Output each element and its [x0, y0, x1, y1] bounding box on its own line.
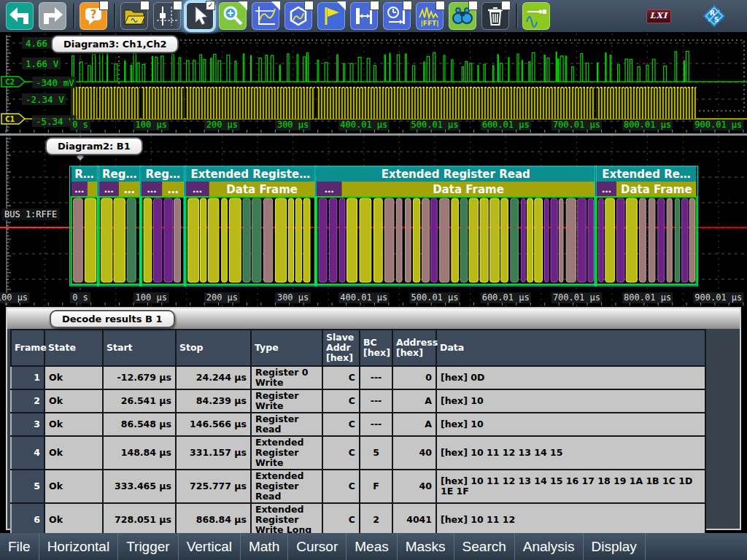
channel-marker-C2[interactable]: C2 — [1, 77, 25, 87]
cell-stop: 84.239 µs — [176, 389, 251, 413]
axis-label: 500.01 µs — [409, 120, 460, 131]
cell-data: [hex] 10 — [436, 413, 705, 436]
channel-marker-C1[interactable]: C1 — [1, 114, 25, 124]
svg-text:-100 µs: -100 µs — [0, 292, 28, 303]
svg-text:400.01 µs: 400.01 µs — [340, 120, 387, 130]
svg-text:900.01 µs: 900.01 µs — [694, 292, 742, 303]
zoom-button[interactable] — [219, 2, 247, 30]
toolbar-buttons: ?✓|FFT| — [6, 0, 555, 32]
axis-label: 600.01 µs — [481, 292, 531, 303]
table-row[interactable]: 1Ok-12.679 µs24.244 µsRegister 0 WriteC-… — [11, 366, 705, 389]
undo-button[interactable] — [6, 2, 34, 30]
column-header[interactable]: Stop — [176, 330, 251, 366]
rohde-schwarz-logo-icon: R S — [700, 2, 728, 30]
checkbox-marker-icon — [370, 1, 379, 10]
svg-text:R…: R… — [74, 168, 94, 181]
menu-item-search[interactable]: Search — [454, 533, 515, 560]
svg-text:…: … — [74, 184, 84, 195]
search-button[interactable] — [449, 2, 476, 30]
menu-item-math[interactable]: Math — [241, 533, 288, 560]
help-button[interactable]: ? — [80, 2, 107, 30]
diagram2-panel: R……Reg………Reg………Extended Registe……Data Fr… — [0, 136, 747, 307]
table-row[interactable]: 4Ok148.84 µs331.157 µsExtended Register … — [11, 436, 705, 470]
axis-label: 900.01 µs — [693, 292, 743, 303]
axis-label: 0 s — [70, 120, 90, 131]
cell-stop: 331.157 µs — [176, 436, 251, 470]
diagram2-tab[interactable]: Diagram2: B1 — [45, 137, 143, 155]
cell-type: Register Read — [251, 413, 322, 436]
checkbox-marker-icon — [501, 1, 511, 10]
svg-text:|FFT|: |FFT| — [420, 20, 438, 27]
lxi-logo: LXI — [646, 9, 671, 23]
trigger-flag-button[interactable] — [317, 2, 345, 30]
menu-item-file[interactable]: File — [0, 533, 39, 560]
measurement-button[interactable] — [350, 2, 378, 30]
column-header[interactable]: BC [hex] — [360, 330, 392, 366]
cell-state: Ok — [44, 503, 103, 537]
svg-text:300 µs: 300 µs — [277, 120, 309, 130]
cell-addr: 40 — [392, 436, 436, 470]
table-row[interactable]: 5Ok333.465 µs725.777 µsExtended Register… — [11, 470, 705, 503]
axis-label: 800.01 µs — [622, 120, 673, 131]
cell-frame: 4 — [11, 436, 44, 470]
cell-data: [hex] 10 11 12 13 14 15 — [436, 436, 705, 470]
cell-start: 86.548 µs — [103, 413, 176, 436]
menu-bar: FileHorizontalTriggerVerticalMathCursorM… — [0, 533, 747, 560]
axis-label: 100 µs — [133, 292, 169, 303]
axis-label: 200 µs — [204, 292, 240, 303]
fft-button[interactable]: |FFT| — [416, 2, 444, 30]
svg-text:…: … — [602, 184, 611, 195]
svg-text:C2: C2 — [5, 77, 15, 87]
bus-frame[interactable]: Extended Register Read…Data Frame — [315, 166, 596, 286]
menu-item-vertical[interactable]: Vertical — [179, 533, 241, 560]
menu-item-trigger[interactable]: Trigger — [118, 533, 178, 560]
cell-type: Extended Register Write — [251, 436, 322, 470]
svg-text:600.01 µs: 600.01 µs — [482, 120, 530, 130]
column-header[interactable]: Slave Addr [hex] — [322, 330, 360, 366]
table-row[interactable]: 2Ok26.541 µs84.239 µsRegister WriteC---A… — [11, 389, 705, 413]
cell-frame: 1 — [11, 366, 44, 389]
menu-item-horizontal[interactable]: Horizontal — [39, 533, 119, 560]
column-header[interactable]: State — [44, 330, 103, 366]
menu-item-meas[interactable]: Meas — [347, 533, 397, 560]
axis-label: 400.01 µs — [338, 292, 389, 303]
cell-stop: 146.566 µs — [176, 413, 251, 436]
mask-test-button[interactable] — [285, 2, 312, 30]
diagram3-tab[interactable]: Diagram3: Ch1,Ch2 — [51, 35, 179, 53]
column-header[interactable]: Type — [251, 330, 322, 366]
menu-item-display[interactable]: Display — [584, 533, 646, 560]
delete-button[interactable] — [481, 2, 509, 30]
column-header[interactable]: Frame — [11, 330, 44, 366]
svg-text:600.01 µs: 600.01 µs — [482, 292, 530, 303]
axis-label: 0 s — [70, 292, 90, 303]
cell-slave: C — [322, 503, 360, 537]
svg-text:…: … — [325, 184, 334, 195]
svg-text:1.66 V: 1.66 V — [26, 58, 59, 69]
column-header[interactable]: Address [hex] — [392, 330, 436, 366]
column-header[interactable]: Start — [103, 330, 176, 366]
diagram2-svg: R……Reg………Reg………Extended Registe……Data Fr… — [0, 136, 747, 307]
timing-measurement-button[interactable] — [383, 2, 411, 30]
menu-item-analysis[interactable]: Analysis — [515, 533, 584, 560]
annotation-button[interactable] — [252, 2, 279, 30]
axis-label: 700.01 µs — [551, 120, 602, 131]
table-row[interactable]: 6Ok728.051 µs868.84 µsExtended Register … — [11, 503, 705, 537]
bus-frame[interactable]: Extended Registe……Data Frame — [185, 166, 317, 286]
column-header[interactable]: Data — [436, 330, 705, 366]
undo-icon — [8, 4, 31, 28]
table-row[interactable]: 3Ok86.548 µs146.566 µsRegister ReadC---A… — [11, 413, 705, 436]
redo-button[interactable] — [39, 2, 66, 30]
svg-text:…: … — [193, 184, 202, 195]
decode-results-titlebar: Decode results B 1 — [7, 308, 740, 329]
probe-adjust-button[interactable] — [522, 2, 550, 30]
bus-frame[interactable]: Reg……… — [98, 166, 142, 286]
open-file-button[interactable] — [120, 2, 148, 30]
decode-results-tab[interactable]: Decode results B 1 — [50, 310, 175, 328]
toolbar-separator — [114, 4, 116, 28]
cell-stop: 725.777 µs — [176, 470, 251, 503]
vertical-setup-button[interactable] — [153, 2, 181, 30]
select-cursor-button[interactable]: ✓ — [186, 2, 214, 30]
menu-item-cursor[interactable]: Cursor — [288, 533, 347, 560]
menu-item-masks[interactable]: Masks — [398, 533, 454, 560]
svg-text:200 µs: 200 µs — [206, 120, 238, 130]
